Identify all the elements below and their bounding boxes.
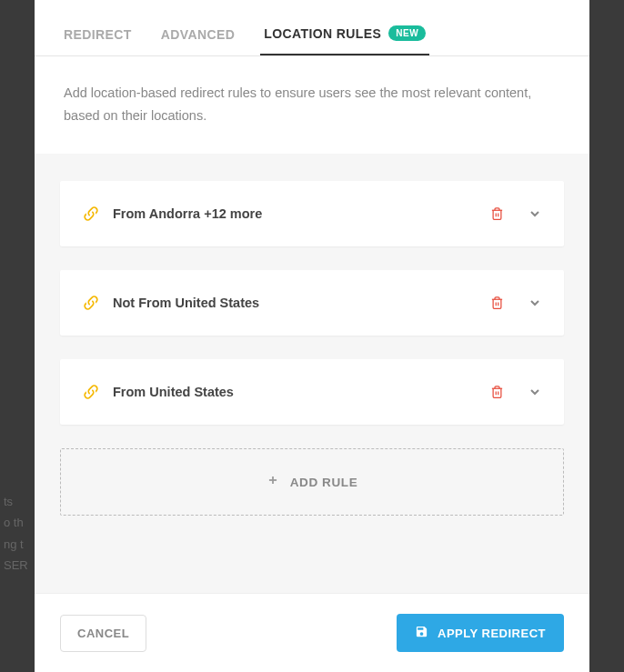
backdrop-obscured-text: tso thng tSER <box>0 491 28 577</box>
chevron-down-icon <box>528 296 542 310</box>
link-icon <box>82 205 100 223</box>
redirect-modal: REDIRECT ADVANCED LOCATION RULES NEW Add… <box>35 0 589 672</box>
tab-label: LOCATION RULES <box>264 26 381 41</box>
rule-label: From Andorra +12 more <box>113 206 485 221</box>
tab-label: REDIRECT <box>64 27 132 42</box>
button-label: APPLY REDIRECT <box>438 627 546 640</box>
tab-location-rules[interactable]: LOCATION RULES NEW <box>260 9 429 55</box>
expand-rule-button[interactable] <box>526 290 544 316</box>
link-icon <box>82 383 100 401</box>
cancel-button[interactable]: CANCEL <box>60 615 146 652</box>
rule-card[interactable]: From Andorra +12 more <box>60 181 564 246</box>
delete-rule-button[interactable] <box>485 290 509 316</box>
rule-label: From United States <box>113 385 485 399</box>
tab-advanced[interactable]: ADVANCED <box>157 9 239 55</box>
plus-icon <box>267 474 279 490</box>
chevron-down-icon <box>528 385 542 399</box>
apply-redirect-button[interactable]: APPLY REDIRECT <box>397 614 564 652</box>
new-badge: NEW <box>388 25 426 41</box>
delete-rule-button[interactable] <box>485 379 509 405</box>
rule-label: Not From United States <box>113 296 485 310</box>
tab-bar: REDIRECT ADVANCED LOCATION RULES NEW <box>35 9 589 56</box>
trash-icon <box>490 206 504 221</box>
link-icon <box>82 294 100 312</box>
modal-footer: CANCEL APPLY REDIRECT <box>35 593 589 672</box>
delete-rule-button[interactable] <box>485 201 509 226</box>
add-rule-button[interactable]: ADD RULE <box>60 448 564 516</box>
expand-rule-button[interactable] <box>526 379 544 405</box>
rule-card[interactable]: From United States <box>60 359 564 425</box>
rules-container: From Andorra +12 more Not From United St… <box>35 154 589 593</box>
button-label: CANCEL <box>77 627 129 640</box>
add-rule-label: ADD RULE <box>290 476 358 489</box>
expand-rule-button[interactable] <box>526 201 544 226</box>
trash-icon <box>490 385 504 399</box>
tab-label: ADVANCED <box>161 27 236 42</box>
description-text: Add location-based redirect rules to ens… <box>35 56 589 154</box>
trash-icon <box>490 296 504 310</box>
chevron-down-icon <box>528 206 542 221</box>
save-icon <box>415 625 428 641</box>
tab-redirect[interactable]: REDIRECT <box>60 9 136 55</box>
rule-card[interactable]: Not From United States <box>60 270 564 336</box>
